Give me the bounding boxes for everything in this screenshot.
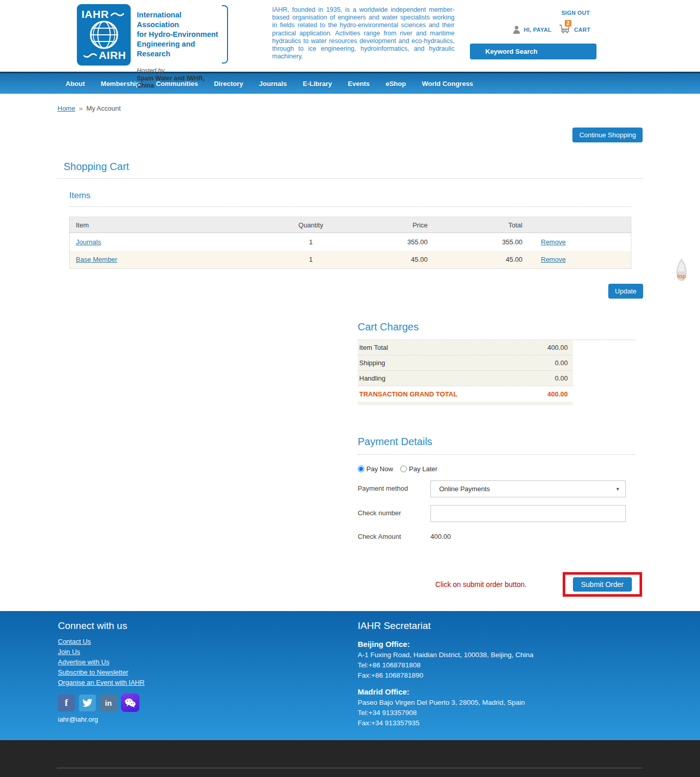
cart-charges-title: Cart Charges — [358, 321, 635, 333]
cart-item-quantity: 1 — [278, 233, 344, 251]
wave-icon — [111, 11, 124, 17]
page-footer: Connect with us Contact Us Join Us Adver… — [0, 611, 700, 740]
continue-shopping-button[interactable]: Continue Shopping — [572, 128, 643, 142]
footer-link-join-us[interactable]: Join Us — [58, 648, 80, 656]
cart-item-link[interactable]: Journals — [76, 238, 101, 246]
red-highlight-annotation: Submit Order — [563, 572, 642, 597]
secretariat-title: IAHR Secretariat — [358, 620, 643, 632]
footer-link-contact-us[interactable]: Contact Us — [58, 638, 91, 645]
logo-bracket-divider — [222, 5, 228, 64]
twitter-icon[interactable] — [79, 695, 96, 711]
copyright-bar: Copy right © 2017-2018 International Ass… — [0, 740, 700, 777]
submit-order-button[interactable]: Submit Order — [573, 577, 632, 592]
facebook-icon[interactable]: f — [58, 695, 75, 711]
cart-items-table: Item Quantity Price Total Journals 1 355… — [69, 217, 631, 269]
office-address: Paseo Bajo Virgen Del Puerto 3, 28005, M… — [358, 699, 643, 706]
charge-label: Handling — [359, 374, 385, 382]
grand-total-value: 400.00 — [547, 390, 568, 398]
sign-out-link[interactable]: SIGN OUT — [561, 10, 590, 16]
footer-link-advertise[interactable]: Advertise with Us — [58, 658, 109, 666]
office-fax: Fax:+86 1068781890 — [358, 671, 643, 679]
connect-title: Connect with us — [58, 620, 358, 632]
charge-row: Handling 0.00 — [358, 371, 573, 386]
hosted-by-label: Hosted by — [137, 67, 219, 74]
update-cart-button[interactable]: Update — [608, 284, 643, 299]
beijing-office-block: Beijing Office: A-1 Fuxing Road, Haidian… — [358, 640, 643, 679]
breadcrumb-current: My Account — [86, 104, 120, 112]
office-tel: Tel:+34 913357908 — [358, 709, 643, 717]
pay-now-label: Pay Now — [366, 465, 393, 473]
pay-later-option[interactable]: Pay Later — [400, 465, 438, 473]
charge-label: Shipping — [359, 359, 385, 367]
charge-value: 0.00 — [555, 374, 568, 382]
footer-link-organise-event[interactable]: Organise an Event with IAHR — [58, 679, 145, 686]
cart-charges-table: Item Total 400.00 Shipping 0.00 Handling… — [358, 340, 573, 405]
footer-link-newsletter[interactable]: Subscribe to Newsletter — [58, 668, 128, 676]
office-tel: Tel:+86 1068781808 — [358, 661, 643, 669]
payment-method-value: Online Payments — [439, 485, 490, 493]
pay-later-radio[interactable] — [400, 466, 407, 472]
col-header-remove — [529, 217, 631, 233]
office-name: Beijing Office: — [358, 640, 643, 648]
linkedin-icon[interactable]: in — [100, 695, 117, 711]
pay-now-radio[interactable] — [358, 466, 364, 472]
footer-email[interactable]: iahr@iahr.org — [58, 716, 358, 723]
scroll-top-label: top — [674, 273, 689, 279]
col-header-total: Total — [434, 217, 529, 233]
keyword-search-button[interactable]: Keyword Search — [470, 44, 596, 59]
check-number-label: Check number — [358, 505, 430, 522]
divider — [69, 206, 631, 207]
office-name: Madrid Office: — [358, 687, 643, 696]
pay-later-label: Pay Later — [409, 465, 438, 473]
logo-text-airh: AIRH — [99, 49, 126, 61]
page-header: IAHR AIRH Internati — [0, 0, 700, 72]
remove-item-link[interactable]: Remove — [541, 238, 566, 246]
check-amount-value: 400.00 — [430, 529, 451, 540]
check-amount-label: Check Amount — [358, 529, 430, 540]
remove-item-link[interactable]: Remove — [541, 256, 566, 263]
logo-text-iahr: IAHR — [81, 8, 109, 20]
breadcrumb-home-link[interactable]: Home — [57, 104, 75, 112]
madrid-office-block: Madrid Office: Paseo Bajo Virgen Del Pue… — [358, 687, 643, 727]
items-section-title: Items — [69, 191, 643, 201]
payment-details-title: Payment Details — [358, 436, 635, 448]
payment-method-label: Payment method — [358, 480, 430, 497]
payment-timing-radios: Pay Now Pay Later — [358, 465, 635, 473]
charge-label: Item Total — [359, 344, 388, 351]
charge-row: Shipping 0.00 — [358, 355, 573, 371]
table-row: Journals 1 355.00 355.00 Remove — [70, 233, 631, 251]
globe-icon — [89, 19, 119, 50]
pay-now-option[interactable]: Pay Now — [358, 465, 393, 473]
grand-total-row: TRANSACTION GRAND TOTAL 400.00 — [358, 386, 573, 402]
charge-value: 400.00 — [547, 344, 568, 351]
charge-row: Item Total 400.00 — [358, 340, 573, 355]
user-greeting: HI, PAYAL — [524, 27, 551, 33]
org-title-line3: Engineering and Research — [137, 39, 219, 59]
payment-method-select[interactable]: Online Payments ▼ — [430, 480, 626, 497]
cart-item-total: 45.00 — [434, 251, 529, 269]
org-title-block: International Association for Hydro-Envi… — [137, 4, 219, 89]
wechat-icon[interactable] — [121, 694, 139, 712]
main-content: Home » My Account Continue Shopping Shop… — [57, 94, 643, 611]
org-title-line1: International Association — [137, 10, 219, 30]
wechat-bubbles-icon — [125, 698, 136, 708]
col-header-item: Item — [70, 217, 278, 233]
cart-icon-wrap[interactable]: 2 — [559, 24, 570, 35]
submit-instruction-text: Click on submit order button. — [436, 580, 527, 589]
grand-total-label: TRANSACTION GRAND TOTAL — [359, 390, 458, 398]
office-address: A-1 Fuxing Road, Haidian District, 10003… — [358, 651, 643, 659]
cart-item-total: 355.00 — [434, 233, 529, 251]
col-header-quantity: Quantity — [278, 217, 344, 233]
charge-value: 0.00 — [555, 359, 568, 367]
cart-link[interactable]: CART — [574, 27, 590, 33]
divider — [57, 178, 643, 179]
chevron-down-icon: ▼ — [615, 487, 620, 492]
wave-icon — [84, 52, 97, 58]
org-description: IAHR, founded in 1935, is a worldwide in… — [272, 4, 455, 89]
cart-item-link[interactable]: Base Member — [76, 256, 117, 263]
table-row: Base Member 1 45.00 45.00 Remove — [70, 251, 631, 269]
iahr-logo[interactable]: IAHR AIRH — [77, 4, 131, 66]
check-number-input[interactable] — [430, 505, 626, 522]
office-fax: Fax:+34 913357935 — [358, 719, 643, 727]
scroll-to-top-button[interactable]: top — [674, 258, 689, 282]
